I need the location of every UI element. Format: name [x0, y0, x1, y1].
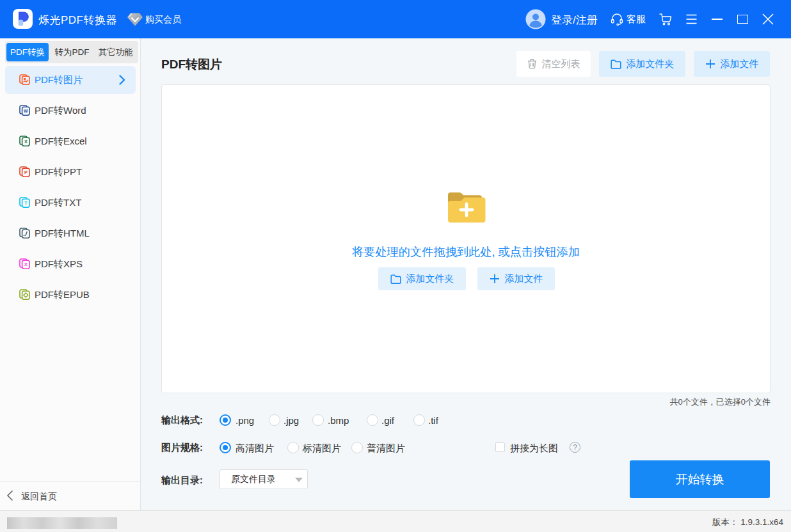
- svg-text:X: X: [24, 262, 28, 267]
- svg-text:T: T: [24, 200, 28, 206]
- svg-text:P: P: [24, 169, 28, 175]
- svg-text:W: W: [24, 109, 28, 113]
- svg-text:X: X: [24, 139, 28, 145]
